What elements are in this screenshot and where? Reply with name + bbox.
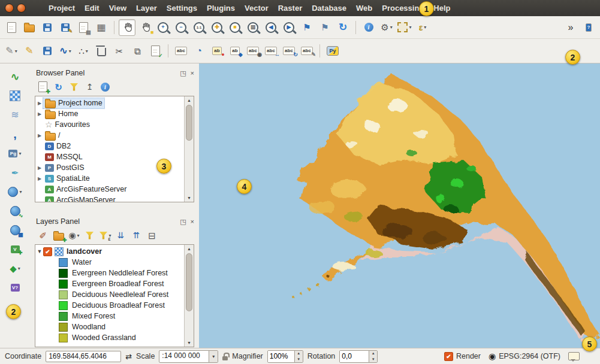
python-console-button[interactable]: Py [324, 43, 341, 59]
digitize-with-segment-button[interactable]: ∿▾ [57, 43, 74, 59]
collapse-arrow-icon[interactable]: ▼ [36, 248, 43, 254]
pan-map-button[interactable] [119, 19, 135, 36]
add-wfs-button[interactable]: ∿ [7, 202, 23, 219]
help-button[interactable]: ? [580, 19, 597, 36]
expand-arrow-icon[interactable]: ▶ [36, 111, 43, 117]
rotate-label-button[interactable]: abc↻ [281, 43, 297, 59]
menu-project[interactable]: Project [44, 1, 79, 15]
window-close-button[interactable] [5, 4, 14, 13]
show-bookmarks-button[interactable]: ⚑ [316, 19, 333, 36]
remove-layer-button[interactable]: ⊟ [145, 229, 159, 242]
zoom-full-button[interactable]: ✚ [209, 19, 225, 36]
browser-tree-item[interactable]: ☆Favourites [36, 119, 184, 130]
save-layer-edits-button[interactable] [39, 43, 56, 59]
browser-collapse-all-button[interactable]: ↥ [83, 80, 97, 94]
show-hide-labels-button[interactable]: abc◉ [245, 43, 261, 59]
scroll-down-icon[interactable]: ▼ [187, 339, 191, 347]
browser-tree-item[interactable]: AArcGisFeatureServer [36, 184, 184, 195]
open-project-button[interactable] [21, 19, 38, 36]
browser-scrollbar[interactable]: ▲ ▼ [184, 96, 194, 202]
browser-tree-item[interactable]: ▶SSpatiaLite [36, 173, 184, 184]
magnifier-value[interactable] [268, 351, 294, 362]
add-delimited-text-button[interactable]: , [7, 126, 23, 142]
add-group-button[interactable]: ✚ [52, 229, 65, 242]
scroll-down-icon[interactable]: ▼ [187, 194, 191, 202]
layer-item-landcover[interactable]: ▼ ✔ landcover [36, 246, 184, 257]
zoom-to-selection-button[interactable]: ■ [227, 19, 243, 36]
browser-add-layer-button[interactable]: ✚ [36, 80, 50, 94]
spin-down-icon[interactable]: ▼ [295, 356, 303, 362]
window-minimize-button[interactable] [17, 4, 26, 13]
menu-database[interactable]: Database [307, 1, 351, 15]
render-checkbox[interactable]: ✔ [444, 352, 453, 361]
scrollbar-thumb[interactable] [186, 105, 192, 141]
zoom-native-button[interactable]: 1:1 [191, 19, 207, 36]
layer-visibility-checkbox[interactable]: ✔ [43, 247, 52, 256]
filter-legend-button[interactable] [83, 229, 97, 242]
move-label-button[interactable]: abc↔ [263, 43, 279, 59]
change-label-button[interactable]: abc✎ [299, 43, 315, 59]
menu-vector[interactable]: Vector [240, 1, 273, 15]
spin-down-icon[interactable]: ▼ [369, 356, 377, 362]
zoom-out-button[interactable]: − [173, 19, 189, 36]
browser-tree-item[interactable]: DDB2 [36, 141, 184, 151]
browser-tree-item[interactable]: AArcGisMapServer [36, 195, 184, 202]
new-virtual-layer-button[interactable]: V? [7, 279, 23, 296]
zoom-to-layer-button[interactable]: ▤ [245, 19, 261, 36]
layer-diagram-options-button[interactable]: ◔ [191, 43, 207, 59]
refresh-map-button[interactable]: ↻ [334, 19, 351, 36]
mouse-position-icon[interactable]: ⇄ [125, 352, 132, 361]
vertex-tool-button[interactable]: ∴▾ [75, 43, 92, 59]
scrollbar-thumb[interactable] [186, 253, 192, 311]
menu-layer[interactable]: Layer [132, 1, 161, 15]
select-by-expression-button[interactable]: ε▾ [414, 19, 431, 36]
expand-arrow-icon[interactable]: ▶ [36, 165, 43, 171]
lock-scale-icon[interactable] [222, 356, 228, 360]
add-wms-button[interactable]: ▾ [7, 183, 23, 200]
browser-tree-item[interactable]: ▶/ [36, 130, 184, 141]
layers-scrollbar[interactable]: ▲ ▼ [184, 245, 194, 347]
layer-labeling-options-button[interactable]: abc [173, 43, 189, 59]
menu-view[interactable]: View [105, 1, 131, 15]
identify-features-button[interactable]: i [360, 19, 377, 36]
zoom-next-button[interactable]: ▶ [281, 19, 297, 36]
new-print-layout-button[interactable]: ▤ [75, 19, 92, 36]
select-features-button[interactable]: ▾ [396, 19, 413, 36]
map-canvas[interactable] [199, 63, 600, 348]
spin-up-icon[interactable]: ▲ [295, 351, 303, 357]
filter-by-expression-button[interactable]: ε▾ [98, 229, 112, 242]
zoom-in-button[interactable]: + [155, 19, 171, 36]
crs-group[interactable]: ◉ EPSG:2964 (OTF) [489, 351, 560, 361]
scroll-up-icon[interactable]: ▲ [187, 96, 191, 104]
magnifier-spinbox[interactable]: ▲▼ [267, 350, 303, 363]
chevron-down-icon[interactable]: ▾ [209, 351, 218, 362]
expand-arrow-icon[interactable]: ▶ [36, 133, 43, 138]
menu-edit[interactable]: Edit [80, 1, 104, 15]
zoom-last-button[interactable]: ◀ [263, 19, 279, 36]
collapse-all-button[interactable]: ⇈ [129, 229, 143, 242]
toggle-editing-button[interactable]: ✎ [21, 43, 38, 59]
copy-features-button[interactable]: ⧉ [129, 43, 146, 59]
save-project-as-button[interactable]: ✎ [57, 19, 74, 36]
save-project-button[interactable] [39, 19, 56, 36]
pin-labels-button[interactable]: ab● [209, 43, 225, 59]
add-vector-layer-button[interactable]: ∿ [7, 68, 23, 85]
paste-features-button[interactable]: ✓ [147, 43, 164, 59]
menu-plugins[interactable]: Plugins [203, 1, 239, 15]
pan-to-selection-button[interactable]: ■ [137, 19, 153, 36]
new-geopackage-layer-button[interactable]: ◆▾ [7, 260, 23, 277]
browser-refresh-button[interactable]: ↻ [52, 80, 65, 94]
scroll-up-icon[interactable]: ▲ [187, 245, 191, 253]
browser-tree-item[interactable]: ▶Project home [36, 98, 184, 108]
add-spatialite-button[interactable]: ✒ [7, 164, 23, 181]
coordinate-input[interactable] [46, 351, 121, 362]
run-feature-action-button[interactable]: ⚙▾ [378, 19, 395, 36]
expand-arrow-icon[interactable]: ▶ [36, 176, 43, 181]
scale-combobox[interactable]: :14 000 000 ▾ [159, 350, 218, 363]
close-panel-icon[interactable]: × [191, 70, 194, 77]
menu-web[interactable]: Web [352, 1, 376, 15]
highlight-pinned-labels-button[interactable]: ab◆ [227, 43, 243, 59]
browser-filter-button[interactable] [67, 80, 81, 94]
menu-raster[interactable]: Raster [274, 1, 306, 15]
browser-tree-item[interactable]: ▶Home [36, 108, 184, 119]
